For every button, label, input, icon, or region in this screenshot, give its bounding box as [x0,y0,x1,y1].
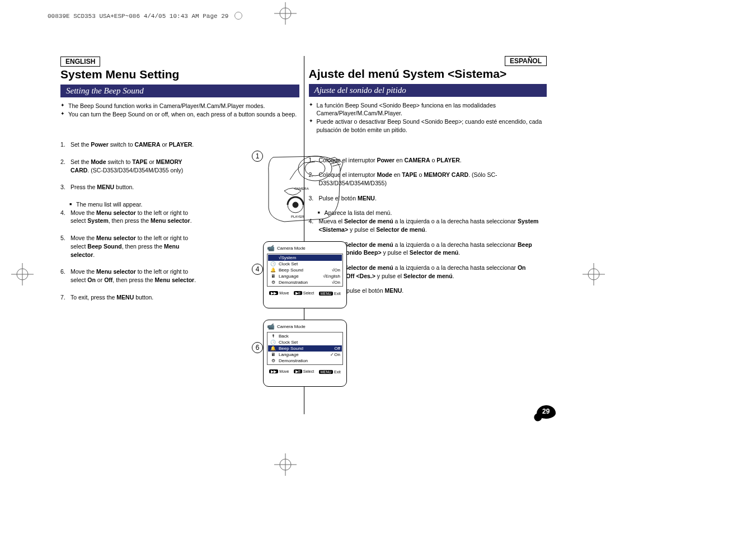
step-subtext: The menu list will appear. [60,200,200,209]
menu-row: 🔔Beep SoundOff [268,345,342,352]
menu-row: 🖥Language√English [268,273,342,279]
menu-back-row: ↟Back [268,333,342,339]
camcorder-illustration: CAMERA PLAYER [262,152,346,230]
menu-row-label: Language [279,274,321,279]
menu-row-value: √English [323,274,340,279]
steps-english: 1.Set the Power switch to CAMERA or PLAY… [60,140,200,301]
print-hit-mark [234,12,242,20]
menu-row: 🔔Beep Sound√On [268,267,342,273]
menu-row-label: Beep Sound [279,346,332,351]
menu-row-icon: 🔔 [270,268,276,273]
main-title-english: System Menu Setting [60,68,299,81]
step-item: 2.Set the Mode switch to TAPE or MEMORY … [60,158,200,174]
document-page: ENGLISH System Menu Setting Setting the … [56,56,551,414]
step-item: 7.To exit, press the MENU button. [60,293,200,302]
step-ref-4: 4 [252,264,263,275]
step-text: Move the Menu selector to the left or ri… [71,234,200,259]
lcd-menu-6: ↟Back 🕒Clock Set🔔Beep SoundOff🖥Language✓… [267,332,343,365]
menu-row-label: √System [279,255,338,260]
step-text: Press the MENU button. [71,183,134,191]
step-text: To exit, press the MENU button. [71,293,153,302]
player-label: PLAYER [291,215,304,218]
lcd-screen-4: 📹 Camera Mode √System🕒Clock Set🔔Beep Sou… [263,241,347,308]
page-number-badge: 29 [537,405,559,428]
menu-row-icon: 🕒 [270,261,276,266]
menu-row-icon: 🕒 [270,340,276,345]
registration-mark [11,263,34,285]
print-header: 00839E SCD353 USA+ESP~086 4/4/05 10:43 A… [48,10,242,20]
intro-item: The Beep Sound function works in Camera/… [60,102,299,110]
lcd-footer-6: ▶▶Move ▶IISelect MENUExit [267,369,343,374]
menu-row-icon: 🖥 [270,274,276,279]
lcd-screen-6: 📹 Camera Mode ↟Back 🕒Clock Set🔔Beep Soun… [263,320,347,387]
lcd-title: Camera Mode [277,324,306,329]
step-ref-1: 1 [252,151,263,162]
section-heading-english: Setting the Beep Sound [60,85,299,97]
menu-row-label: Clock Set [279,261,338,266]
step-item: 6.Move the Menu selector to the left or … [60,268,200,284]
step-item: 4.Move the Menu selector to the left or … [60,209,200,225]
page-number: 29 [542,407,550,415]
step-item: 3.Press the MENU button. [60,183,200,191]
registration-mark [583,263,605,285]
menu-row-value: √On [332,280,340,285]
step-number: 4. [60,209,68,225]
step-number: 2. [60,158,68,174]
menu-row-label: Demonstration [279,358,338,363]
menu-row: ⚙Demonstration√On [268,279,342,285]
menu-row-icon: ⚙ [270,280,276,285]
illustration-column: 1 CAMERA PLAYER [256,154,354,387]
camcorder-icon: 📹 [267,323,275,330]
step-text: Set the Mode switch to TAPE or MEMORY CA… [71,158,200,174]
lcd-title: Camera Mode [277,246,306,251]
camcorder-icon: 📹 [267,245,275,252]
menu-row: 🕒Clock Set [268,261,342,267]
menu-row-value: Off [334,346,340,351]
step-number: 1. [60,140,68,149]
header-text: 00839E SCD353 USA+ESP~086 4/4/05 10:43 A… [48,13,228,20]
svg-point-15 [293,202,298,208]
menu-row: ⚙Demonstration [268,358,342,364]
step-text: Set the Power switch to CAMERA or PLAYER… [71,140,194,149]
step-item: 5.Move the Menu selector to the left or … [60,234,200,259]
step-item: 1.Set the Power switch to CAMERA or PLAY… [60,140,200,149]
menu-row: 🕒Clock Set [268,339,342,345]
svg-point-13 [305,161,325,176]
registration-mark [274,2,297,25]
language-tag-english: ENGLISH [60,57,100,67]
menu-row-value: ✓On [330,352,340,357]
section-heading-spanish: Ajuste del sonido del pitido [309,84,547,97]
step-text: Move the Menu selector to the left or ri… [71,209,200,225]
intro-list-english: The Beep Sound function works in Camera/… [60,102,299,118]
step-ref-6: 6 [252,342,263,353]
step-number: 6. [60,268,68,284]
language-tag-spanish: ESPAÑOL [505,56,547,66]
main-title-spanish: Ajuste del menú System <Sistema> [309,67,547,81]
camera-label: CAMERA [294,187,309,190]
step-text: Move the Menu selector to the left or ri… [71,268,200,284]
step-number: 7. [60,293,68,302]
step-number: 3. [60,183,68,191]
intro-item: You can turn the Beep Sound on or off, w… [60,110,299,118]
menu-row-label: Clock Set [279,340,338,345]
menu-row-label: Demonstration [279,280,330,285]
menu-row-icon: ⚙ [270,358,276,363]
menu-row: √System [268,255,342,261]
step-number: 5. [60,234,68,259]
menu-row-value: √On [332,268,340,273]
lcd-menu-4: √System🕒Clock Set🔔Beep Sound√On🖥Language… [267,254,343,287]
menu-row: 🖥Language✓On [268,352,342,358]
intro-item: La función Beep Sound <Sonido Beep> func… [309,101,547,117]
lcd-footer-4: ▶▶Move ▶IISelect MENUExit [267,291,343,296]
intro-list-spanish: La función Beep Sound <Sonido Beep> func… [309,101,547,134]
intro-item: Puede activar o desactivar Beep Sound <S… [309,118,547,133]
menu-row-icon: 🖥 [270,352,276,357]
menu-row-icon: 🔔 [270,346,276,351]
registration-mark [274,453,297,476]
menu-row-label: Language [279,352,328,357]
menu-row-label: Beep Sound [279,268,330,273]
